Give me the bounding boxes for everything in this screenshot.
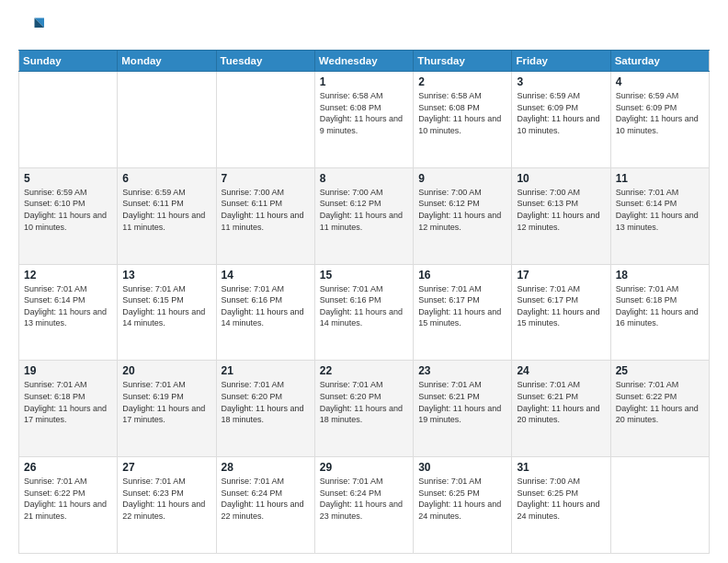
- weekday-header: Friday: [512, 51, 610, 72]
- cell-info: Sunrise: 7:01 AM Sunset: 6:17 PM Dayligh…: [418, 283, 506, 329]
- cell-info: Sunrise: 7:01 AM Sunset: 6:17 PM Dayligh…: [517, 283, 605, 329]
- calendar-cell: 13Sunrise: 7:01 AM Sunset: 6:15 PM Dayli…: [118, 264, 216, 361]
- logo-icon: [18, 15, 44, 40]
- day-number: 24: [517, 364, 605, 377]
- day-number: 10: [517, 172, 605, 185]
- cell-info: Sunrise: 7:01 AM Sunset: 6:21 PM Dayligh…: [517, 379, 605, 425]
- cell-info: Sunrise: 7:01 AM Sunset: 6:18 PM Dayligh…: [616, 283, 704, 329]
- calendar-cell: [118, 72, 216, 168]
- calendar-cell: 17Sunrise: 7:01 AM Sunset: 6:17 PM Dayli…: [512, 264, 610, 361]
- day-number: 14: [222, 269, 310, 282]
- calendar-cell: 20Sunrise: 7:01 AM Sunset: 6:19 PM Dayli…: [118, 361, 216, 457]
- calendar-cell: 10Sunrise: 7:00 AM Sunset: 6:13 PM Dayli…: [512, 167, 610, 264]
- cell-info: Sunrise: 6:59 AM Sunset: 6:11 PM Dayligh…: [122, 187, 210, 233]
- calendar-cell: 26Sunrise: 7:01 AM Sunset: 6:22 PM Dayli…: [19, 457, 118, 554]
- day-number: 20: [122, 364, 210, 377]
- cell-info: Sunrise: 7:01 AM Sunset: 6:16 PM Dayligh…: [320, 283, 408, 329]
- day-number: 26: [24, 461, 112, 474]
- cell-info: Sunrise: 7:01 AM Sunset: 6:18 PM Dayligh…: [24, 379, 112, 425]
- page: SundayMondayTuesdayWednesdayThursdayFrid…: [0, 0, 728, 563]
- day-number: 28: [222, 461, 310, 474]
- calendar-week-row: 12Sunrise: 7:01 AM Sunset: 6:14 PM Dayli…: [19, 264, 710, 361]
- cell-info: Sunrise: 6:59 AM Sunset: 6:09 PM Dayligh…: [517, 90, 605, 136]
- calendar-cell: 7Sunrise: 7:00 AM Sunset: 6:11 PM Daylig…: [216, 167, 314, 264]
- cell-info: Sunrise: 7:00 AM Sunset: 6:13 PM Dayligh…: [517, 187, 605, 233]
- cell-info: Sunrise: 7:01 AM Sunset: 6:14 PM Dayligh…: [616, 187, 704, 233]
- calendar-cell: 8Sunrise: 7:00 AM Sunset: 6:12 PM Daylig…: [314, 167, 413, 264]
- cell-info: Sunrise: 6:58 AM Sunset: 6:08 PM Dayligh…: [418, 90, 506, 136]
- day-number: 27: [122, 461, 210, 474]
- day-number: 30: [418, 461, 506, 474]
- weekday-header: Tuesday: [216, 51, 314, 72]
- day-number: 2: [418, 75, 506, 88]
- calendar-cell: 28Sunrise: 7:01 AM Sunset: 6:24 PM Dayli…: [216, 457, 314, 554]
- cell-info: Sunrise: 7:01 AM Sunset: 6:23 PM Dayligh…: [122, 476, 210, 522]
- day-number: 5: [24, 172, 112, 185]
- cell-info: Sunrise: 6:59 AM Sunset: 6:10 PM Dayligh…: [24, 187, 112, 233]
- calendar-cell: 9Sunrise: 7:00 AM Sunset: 6:12 PM Daylig…: [414, 167, 512, 264]
- cell-info: Sunrise: 6:59 AM Sunset: 6:09 PM Dayligh…: [616, 90, 704, 136]
- day-number: 23: [418, 364, 506, 377]
- calendar-cell: 6Sunrise: 6:59 AM Sunset: 6:11 PM Daylig…: [118, 167, 216, 264]
- cell-info: Sunrise: 7:01 AM Sunset: 6:24 PM Dayligh…: [222, 476, 310, 522]
- cell-info: Sunrise: 7:01 AM Sunset: 6:21 PM Dayligh…: [418, 379, 506, 425]
- day-number: 9: [418, 172, 506, 185]
- calendar-cell: [610, 457, 709, 554]
- calendar-cell: 23Sunrise: 7:01 AM Sunset: 6:21 PM Dayli…: [414, 361, 512, 457]
- cell-info: Sunrise: 7:01 AM Sunset: 6:24 PM Dayligh…: [320, 476, 408, 522]
- calendar-cell: 21Sunrise: 7:01 AM Sunset: 6:20 PM Dayli…: [216, 361, 314, 457]
- weekday-header: Wednesday: [314, 51, 413, 72]
- calendar-cell: 25Sunrise: 7:01 AM Sunset: 6:22 PM Dayli…: [610, 361, 709, 457]
- weekday-header: Monday: [118, 51, 216, 72]
- cell-info: Sunrise: 7:00 AM Sunset: 6:25 PM Dayligh…: [517, 476, 605, 522]
- calendar-cell: 19Sunrise: 7:01 AM Sunset: 6:18 PM Dayli…: [19, 361, 118, 457]
- day-number: 13: [122, 269, 210, 282]
- cell-info: Sunrise: 7:00 AM Sunset: 6:12 PM Dayligh…: [320, 187, 408, 233]
- day-number: 3: [517, 75, 605, 88]
- calendar-cell: 4Sunrise: 6:59 AM Sunset: 6:09 PM Daylig…: [610, 72, 709, 168]
- calendar-week-row: 26Sunrise: 7:01 AM Sunset: 6:22 PM Dayli…: [19, 457, 710, 554]
- day-number: 7: [222, 172, 310, 185]
- day-number: 16: [418, 269, 506, 282]
- day-number: 4: [616, 75, 704, 88]
- day-number: 31: [517, 461, 605, 474]
- calendar-cell: 31Sunrise: 7:00 AM Sunset: 6:25 PM Dayli…: [512, 457, 610, 554]
- day-number: 22: [320, 364, 408, 377]
- calendar-cell: 15Sunrise: 7:01 AM Sunset: 6:16 PM Dayli…: [314, 264, 413, 361]
- calendar-cell: 5Sunrise: 6:59 AM Sunset: 6:10 PM Daylig…: [19, 167, 118, 264]
- logo: [18, 15, 48, 40]
- calendar-cell: 29Sunrise: 7:01 AM Sunset: 6:24 PM Dayli…: [314, 457, 413, 554]
- calendar-table: SundayMondayTuesdayWednesdayThursdayFrid…: [18, 50, 710, 554]
- calendar-cell: [19, 72, 118, 168]
- day-number: 15: [320, 269, 408, 282]
- day-number: 11: [616, 172, 704, 185]
- cell-info: Sunrise: 7:01 AM Sunset: 6:22 PM Dayligh…: [616, 379, 704, 425]
- day-number: 6: [122, 172, 210, 185]
- calendar-week-row: 5Sunrise: 6:59 AM Sunset: 6:10 PM Daylig…: [19, 167, 710, 264]
- day-number: 12: [24, 269, 112, 282]
- day-number: 21: [222, 364, 310, 377]
- day-number: 18: [616, 269, 704, 282]
- calendar-cell: 16Sunrise: 7:01 AM Sunset: 6:17 PM Dayli…: [414, 264, 512, 361]
- calendar-cell: 18Sunrise: 7:01 AM Sunset: 6:18 PM Dayli…: [610, 264, 709, 361]
- day-number: 17: [517, 269, 605, 282]
- cell-info: Sunrise: 7:01 AM Sunset: 6:20 PM Dayligh…: [222, 379, 310, 425]
- calendar-cell: 11Sunrise: 7:01 AM Sunset: 6:14 PM Dayli…: [610, 167, 709, 264]
- cell-info: Sunrise: 7:01 AM Sunset: 6:22 PM Dayligh…: [24, 476, 112, 522]
- cell-info: Sunrise: 7:01 AM Sunset: 6:25 PM Dayligh…: [418, 476, 506, 522]
- calendar-cell: [216, 72, 314, 168]
- calendar-cell: 12Sunrise: 7:01 AM Sunset: 6:14 PM Dayli…: [19, 264, 118, 361]
- cell-info: Sunrise: 7:01 AM Sunset: 6:14 PM Dayligh…: [24, 283, 112, 329]
- day-number: 8: [320, 172, 408, 185]
- cell-info: Sunrise: 7:01 AM Sunset: 6:20 PM Dayligh…: [320, 379, 408, 425]
- weekday-header: Saturday: [610, 51, 709, 72]
- calendar-cell: 3Sunrise: 6:59 AM Sunset: 6:09 PM Daylig…: [512, 72, 610, 168]
- day-number: 1: [320, 75, 408, 88]
- weekday-header: Thursday: [414, 51, 512, 72]
- day-number: 19: [24, 364, 112, 377]
- day-number: 29: [320, 461, 408, 474]
- day-number: 25: [616, 364, 704, 377]
- cell-info: Sunrise: 7:00 AM Sunset: 6:11 PM Dayligh…: [222, 187, 310, 233]
- weekday-header: Sunday: [19, 51, 118, 72]
- calendar-cell: 27Sunrise: 7:01 AM Sunset: 6:23 PM Dayli…: [118, 457, 216, 554]
